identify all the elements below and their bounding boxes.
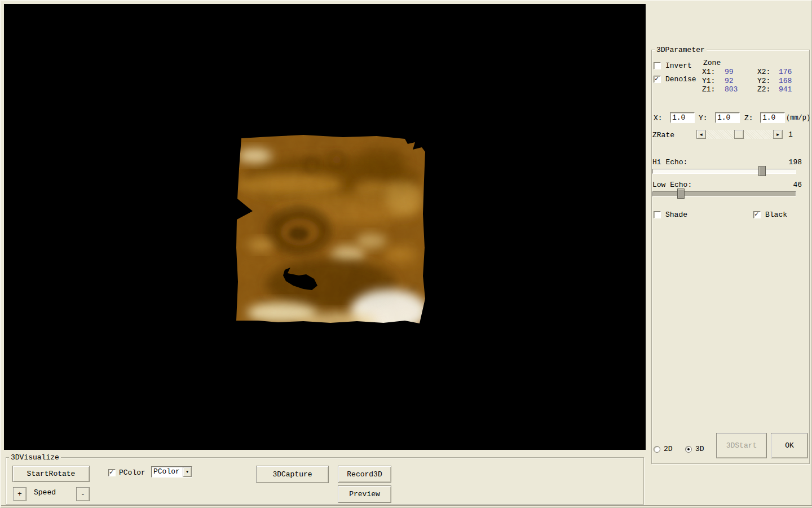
check-icon: ✓ xyxy=(754,211,758,218)
low-echo-label: Low Echo: xyxy=(652,181,692,189)
zrate-value: 1 xyxy=(788,130,793,139)
zrate-thumb[interactable] xyxy=(734,130,744,139)
zone-y1-label: Y1: xyxy=(702,77,725,86)
start-rotate-button[interactable]: StartRotate xyxy=(12,466,90,482)
chevron-down-icon[interactable]: ▼ xyxy=(183,467,192,477)
y-scale-input[interactable]: 1.0 xyxy=(715,112,740,123)
speed-minus-button[interactable]: - xyxy=(76,487,90,501)
mode-3d-label: 3D xyxy=(695,445,704,453)
scroll-right-icon[interactable]: ► xyxy=(773,130,783,139)
low-echo-value: 46 xyxy=(779,181,802,189)
check-icon: ✓ xyxy=(655,75,659,83)
mode-2d-label: 2D xyxy=(664,445,673,453)
zrate-track[interactable] xyxy=(706,130,773,139)
zone-z2-value: 941 xyxy=(779,85,808,94)
z-scale-label: Z: xyxy=(744,114,753,122)
hi-echo-value: 198 xyxy=(779,158,802,167)
low-echo-thumb[interactable] xyxy=(677,189,685,199)
black-checkbox[interactable]: ✓ xyxy=(753,211,761,218)
zone-label: Zone xyxy=(703,59,721,67)
hi-echo-slider[interactable] xyxy=(652,166,796,176)
z-scale-input[interactable]: 1.0 xyxy=(760,112,785,123)
zone-x2-label: X2: xyxy=(757,68,779,77)
hi-echo-thumb[interactable] xyxy=(758,166,766,176)
pcolor-label: PColor xyxy=(119,468,145,477)
pcolor-select-value: PColor xyxy=(152,467,183,477)
zrate-scrollbar[interactable]: ◄ ► xyxy=(696,130,783,139)
start3d-button[interactable]: 3DStart xyxy=(716,433,767,458)
zone-y2-value: 168 xyxy=(779,77,808,86)
scale-unit-label: (mm/p) xyxy=(786,114,810,122)
ok-button[interactable]: OK xyxy=(771,433,808,458)
check-icon: ✓ xyxy=(109,468,113,476)
pcolor-select[interactable]: PColor ▼ xyxy=(151,466,192,478)
low-echo-track[interactable] xyxy=(652,191,796,196)
zone-z1-label: Z1: xyxy=(702,85,725,94)
scroll-left-icon[interactable]: ◄ xyxy=(696,130,706,139)
x-scale-label: X: xyxy=(654,114,663,122)
mode-2d-radio[interactable] xyxy=(654,446,660,453)
hi-echo-label: Hi Echo: xyxy=(652,158,687,167)
visualize-groupbox-title: 3DVisualize xyxy=(9,453,61,462)
invert-checkbox[interactable]: ✓ xyxy=(654,62,661,69)
zone-values: X1: 99 X2: 176 Y1: 92 Y2: 168 Z1: 803 Z2… xyxy=(702,68,808,94)
app-window: 3DParameter ✓ Invert ✓ Denoise Zone X1: … xyxy=(0,0,812,508)
shade-label: Shade xyxy=(665,211,687,219)
zone-x2-value: 176 xyxy=(779,68,808,77)
preview-button[interactable]: Preview xyxy=(338,485,391,503)
invert-label: Invert xyxy=(665,62,692,70)
window-bottom-border xyxy=(1,505,812,507)
low-echo-slider[interactable] xyxy=(652,189,796,199)
mode-3d-radio[interactable] xyxy=(685,446,692,453)
speed-plus-button[interactable]: + xyxy=(13,487,27,501)
param-groupbox-title: 3DParameter xyxy=(655,46,707,54)
denoise-checkbox[interactable]: ✓ xyxy=(654,76,661,83)
viewport-3d[interactable] xyxy=(4,4,646,450)
capture3d-button[interactable]: 3DCapture xyxy=(256,466,329,483)
pcolor-checkbox[interactable]: ✓ xyxy=(108,469,116,476)
zone-y1-value: 92 xyxy=(725,77,757,86)
volume-render xyxy=(236,135,426,327)
y-scale-label: Y: xyxy=(699,114,708,122)
zone-x1-label: X1: xyxy=(702,68,725,77)
shade-checkbox[interactable]: ✓ xyxy=(654,211,661,218)
zrate-label: ZRate xyxy=(652,131,674,139)
zone-y2-label: Y2: xyxy=(757,77,779,86)
zone-x1-value: 99 xyxy=(725,68,757,77)
speed-label: Speed xyxy=(34,488,56,497)
record3d-button[interactable]: Record3D xyxy=(338,466,391,483)
zone-z1-value: 803 xyxy=(725,85,757,94)
hi-echo-track[interactable] xyxy=(652,169,796,174)
x-scale-input[interactable]: 1.0 xyxy=(670,112,695,123)
black-label: Black xyxy=(765,211,787,219)
zone-z2-label: Z2: xyxy=(757,85,779,94)
denoise-label: Denoise xyxy=(665,75,696,84)
